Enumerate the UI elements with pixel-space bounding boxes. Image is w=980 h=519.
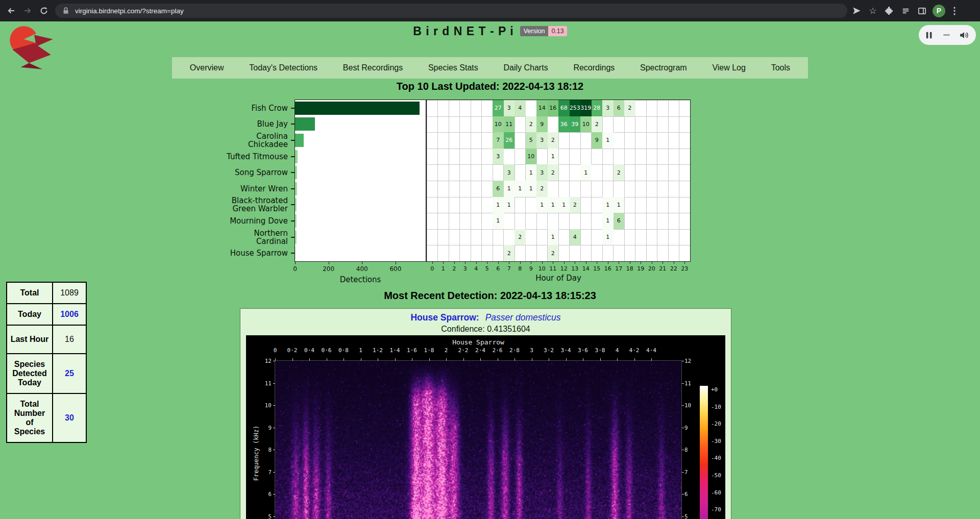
stat-label-total-number-of-species: Total Number of Species	[7, 393, 53, 442]
colorbar-tick-label: -60	[711, 489, 721, 496]
hour-axis-tick-label: 19	[637, 265, 644, 272]
detection-species-link[interactable]: House Sparrow:	[410, 312, 479, 323]
nav-item-recordings[interactable]: Recordings	[573, 63, 615, 72]
heatmap-cell: 3	[536, 132, 548, 149]
stat-value-today[interactable]: 1006	[53, 304, 86, 325]
detections-bar	[295, 134, 304, 147]
nav-item-view-log[interactable]: View Log	[712, 63, 746, 72]
spectrogram-time-tick: 1·4	[390, 347, 400, 354]
volume-icon[interactable]	[960, 31, 969, 40]
species-label-blue-jay: Blue Jay	[203, 116, 288, 133]
species-axis-tick	[291, 220, 295, 221]
stats-row: Species Detected Today25	[7, 354, 86, 393]
species-label-house-sparrow: House Sparrow	[203, 245, 288, 261]
heatmap-cell: 2	[548, 245, 559, 261]
spectrogram-tick-mark	[583, 358, 583, 361]
heatmap-cell: 1	[493, 213, 504, 229]
heatmap-cell: 1	[536, 197, 548, 213]
colorbar-tick-label: -30	[711, 437, 721, 444]
extensions-puzzle-icon[interactable]	[882, 4, 896, 18]
heatmap-cell: 39	[570, 116, 581, 133]
spectrogram-freq-tick: 5	[258, 513, 272, 519]
stat-value-species-detected-today[interactable]: 25	[53, 354, 86, 393]
heatmap-cell: 1	[558, 197, 570, 213]
audio-seek-handle[interactable]	[943, 34, 950, 36]
stats-row: Total Number of Species30	[7, 393, 86, 442]
heatmap-cell: 1	[580, 164, 592, 181]
pause-icon[interactable]	[925, 31, 934, 39]
hour-axis-tick	[509, 262, 509, 264]
spectrogram-image	[275, 361, 681, 519]
heatmap-cell: 6	[614, 213, 625, 229]
site-security-icon	[61, 6, 70, 15]
nav-item-species-stats[interactable]: Species Stats	[428, 63, 478, 72]
spectrogram-freq-tick: 6	[258, 491, 272, 498]
browser-address-bar[interactable]: virginia.birdnetpi.com/?stream=play	[55, 4, 847, 18]
spectrogram-freq-tick: 11	[684, 380, 698, 387]
hour-axis-tick	[553, 262, 553, 264]
nav-item-overview[interactable]: Overview	[190, 63, 224, 72]
heatmap-cell: 3	[504, 100, 515, 116]
nav-item-daily-charts[interactable]: Daily Charts	[504, 63, 548, 72]
profile-avatar[interactable]: P	[933, 5, 945, 17]
nav-item-tools[interactable]: Tools	[771, 63, 790, 72]
browser-forward-button[interactable]	[19, 3, 36, 19]
heatmap-cell: 1	[548, 149, 559, 165]
heatmap-cell: 2	[504, 245, 515, 261]
spectrogram-tick-mark	[682, 383, 684, 384]
spectrogram-time-tick: 3	[530, 347, 533, 354]
spectrogram-tick-mark	[651, 358, 652, 361]
nav-item-best-recordings[interactable]: Best Recordings	[343, 63, 403, 72]
spectrogram-time-tick: 0·2	[287, 347, 298, 354]
spectrogram-tick-mark	[514, 358, 515, 361]
stat-value-total-number-of-species[interactable]: 30	[53, 393, 86, 442]
stat-label-species-detected-today: Species Detected Today	[7, 354, 53, 393]
hour-axis-tick	[443, 262, 444, 264]
browser-menu-icon[interactable]: ⋮	[947, 4, 962, 18]
browser-back-button[interactable]	[3, 3, 19, 19]
heatmap-cell: 3	[504, 164, 515, 181]
side-panel-icon[interactable]	[915, 4, 929, 18]
stream-audio-player[interactable]	[919, 25, 976, 45]
hour-axis-tick	[498, 262, 499, 264]
nav-item-spectrogram[interactable]: Spectrogram	[640, 63, 687, 72]
spectrogram-time-tick: 0	[274, 347, 277, 354]
version-badge: Version 0.13	[520, 26, 567, 36]
bookmark-star-icon[interactable]: ☆	[866, 4, 880, 18]
heatmap-cell: 2	[570, 197, 581, 213]
heatmap-cell: 1	[514, 181, 526, 197]
heatmap-cell: 10	[493, 116, 504, 133]
spectrogram-tick-mark	[682, 516, 684, 517]
heatmap-cell: 3	[536, 164, 548, 181]
spectrogram-time-tick: 0·8	[338, 347, 349, 354]
hour-axis-tick-label: 23	[681, 265, 688, 272]
spectrogram-tick-mark	[273, 361, 275, 361]
spectrogram-time-tick: 2·2	[458, 347, 469, 354]
heatmap-cell: 6	[614, 100, 625, 116]
heatmap-cell: 2	[536, 181, 548, 197]
spectrogram-tick-mark	[617, 358, 618, 361]
nav-item-today-s-detections[interactable]: Today's Detections	[249, 63, 317, 72]
spectrogram-tick-mark	[429, 358, 430, 361]
bar-axis-tick	[362, 262, 362, 264]
hour-axis-tick-label: 2	[452, 265, 456, 272]
main-nav: OverviewToday's DetectionsBest Recording…	[172, 57, 808, 79]
species-label-tufted-titmouse: Tufted Titmouse	[203, 149, 288, 165]
spectrogram-tick-mark	[361, 358, 361, 361]
hour-axis-tick-label: 4	[474, 265, 478, 272]
stats-table: Total1089Today1006Last Hour16Species Det…	[6, 282, 87, 443]
share-send-icon[interactable]	[849, 4, 864, 18]
spectrogram-freq-tick: 10	[684, 402, 698, 409]
heatmap-cell: 1	[602, 132, 614, 149]
hour-axis-tick	[641, 262, 641, 264]
spectrogram-ylabel: Frequency (kHz)	[253, 402, 260, 504]
heatmap-cell: 2	[526, 116, 537, 133]
browser-reload-button[interactable]	[36, 3, 52, 19]
heatmap-cell: 9	[592, 132, 603, 149]
species-label-carolina-chickadee: Carolina Chickadee	[203, 132, 288, 149]
detection-latin-name[interactable]: Passer domesticus	[485, 312, 561, 323]
spectrogram-tick-mark	[463, 358, 464, 361]
heatmap-cell: 319	[580, 100, 592, 116]
reading-list-icon[interactable]	[898, 4, 913, 18]
heatmap-cell: 68	[558, 100, 570, 116]
